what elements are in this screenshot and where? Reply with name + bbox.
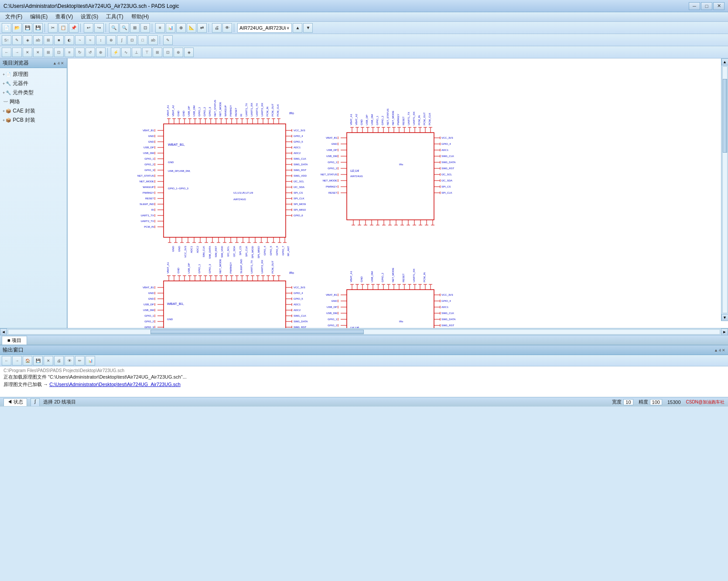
tb2-4[interactable]: ab <box>33 35 43 45</box>
hscroll-left[interactable]: ◄ <box>0 328 7 335</box>
tb2-5[interactable]: ⊞ <box>44 35 53 45</box>
tb2-1[interactable]: S↑ <box>2 35 11 45</box>
tb3-15[interactable]: ⊞ <box>153 48 162 57</box>
hscroll-thumb[interactable] <box>150 330 364 334</box>
tb3-3[interactable]: ✕ <box>23 48 32 57</box>
out-back-btn[interactable]: ← <box>2 356 11 366</box>
menu-view[interactable]: 查看(V) <box>52 12 76 21</box>
tb3-16[interactable]: ⊡ <box>163 48 173 57</box>
out-fwd-btn[interactable]: → <box>12 356 22 366</box>
print-prev-btn[interactable]: 👁 <box>222 23 232 33</box>
tb3-1[interactable]: ← <box>2 48 11 57</box>
close-button[interactable]: ✕ <box>713 2 725 10</box>
minimize-button[interactable]: ─ <box>689 2 700 10</box>
save-btn[interactable]: 💾 <box>23 23 32 33</box>
tb2-2[interactable]: ✎ <box>12 35 22 45</box>
tb2-6[interactable]: ■ <box>54 35 64 45</box>
zoom-btn2[interactable]: ⊡ <box>140 23 150 33</box>
tb2-11[interactable]: ⊕ <box>106 35 116 45</box>
sidebar-item-pcb[interactable]: + 📦 PCB 封装 <box>1 116 66 125</box>
print-btn[interactable]: 🖨 <box>212 23 222 33</box>
out-close-btn[interactable]: ✕ <box>44 356 53 366</box>
out-table-btn[interactable]: 📊 <box>85 356 95 366</box>
sidebar-item-cae[interactable]: + 📦 CAE 封装 <box>1 106 66 116</box>
tb3-6[interactable]: ⊡ <box>54 48 64 57</box>
tb2-8[interactable]: ~ <box>75 35 85 45</box>
tb2-12[interactable]: ∫ <box>117 35 126 45</box>
tb2-14[interactable]: □ <box>138 35 147 45</box>
tb2-3[interactable]: ◈ <box>23 35 32 45</box>
sidebar-item-nets[interactable]: 〰 网络 <box>1 97 66 106</box>
out-save-btn[interactable]: 💾 <box>33 356 43 366</box>
output-pin[interactable]: ▲ <box>714 348 718 352</box>
out-eye-btn[interactable]: 👁 <box>65 356 74 366</box>
tb3-11[interactable]: ⚡ <box>111 48 120 57</box>
tb2-16[interactable]: ✎ <box>163 35 173 45</box>
cross-ref-btn[interactable]: ⊕ <box>176 23 186 33</box>
tb3-7[interactable]: ≡ <box>65 48 74 57</box>
tb3-12[interactable]: ∿ <box>121 48 131 57</box>
vscroll-down[interactable]: ▼ <box>721 314 728 321</box>
save-all-btn[interactable]: 💾 <box>33 23 43 33</box>
ecr-btn[interactable]: 📊 <box>166 23 175 33</box>
undo-btn[interactable]: ↩ <box>84 23 93 33</box>
tb3-4[interactable]: ✕ <box>33 48 43 57</box>
vscroll-thumb[interactable] <box>723 79 727 153</box>
netlist-btn[interactable]: ≡ <box>155 23 165 33</box>
vscroll-track[interactable] <box>722 66 728 313</box>
pcb-btn[interactable]: 📐 <box>187 23 196 33</box>
output-dock[interactable]: 4 <box>719 348 721 352</box>
paste-btn[interactable]: 📌 <box>69 23 79 33</box>
tb3-18[interactable]: ◈ <box>184 48 194 57</box>
sidebar-pin[interactable]: ▲ <box>53 61 57 65</box>
menu-settings[interactable]: 设置(S) <box>77 12 102 21</box>
maximize-button[interactable]: □ <box>701 2 712 10</box>
menu-tools[interactable]: 工具(T) <box>103 12 126 21</box>
tb3-10[interactable]: ⊕ <box>96 48 106 57</box>
out-edit-btn[interactable]: ✏ <box>75 356 85 366</box>
zoom-in-btn[interactable]: 🔍 <box>109 23 119 33</box>
tb3-8[interactable]: ↻ <box>75 48 85 57</box>
open-btn[interactable]: 📂 <box>12 23 22 33</box>
next-sheet-btn[interactable]: ▼ <box>303 23 313 33</box>
new-btn[interactable]: 📄 <box>2 23 11 33</box>
tb2-15[interactable]: ab <box>148 35 158 45</box>
schematic-canvas-area[interactable]: VBAT_A1 VBAT_A2 GND GND USB_DP USB_DM GP… <box>68 58 728 328</box>
zoom-out-btn[interactable]: 🔍 <box>120 23 129 33</box>
menu-help[interactable]: 帮助(H) <box>128 12 153 21</box>
out-home-btn[interactable]: 🏠 <box>23 356 32 366</box>
status-tab-1[interactable]: ◀ 状态 <box>3 398 27 406</box>
fit-btn[interactable]: ⊞ <box>130 23 140 33</box>
tb3-2[interactable]: → <box>12 48 22 57</box>
out-print-btn[interactable]: 🖨 <box>54 356 64 366</box>
copy-btn[interactable]: 📋 <box>58 23 68 33</box>
tb2-7[interactable]: ◐ <box>65 35 74 45</box>
output-link[interactable]: C:\Users\Administrator\Desktop\test\Air7… <box>49 382 181 387</box>
menu-edit[interactable]: 编辑(E) <box>27 12 51 21</box>
tb2-9[interactable]: ≈ <box>85 35 95 45</box>
hscroll-track[interactable] <box>8 329 720 335</box>
cut-btn[interactable]: ✂ <box>48 23 58 33</box>
tb3-13[interactable]: ⊥ <box>132 48 141 57</box>
tb3-17[interactable]: ⊕ <box>174 48 183 57</box>
tb3-9[interactable]: ↺ <box>85 48 95 57</box>
tb3-14[interactable]: ⊤ <box>142 48 152 57</box>
sidebar-x[interactable]: ✕ <box>61 61 64 65</box>
sidebar-item-component-types[interactable]: + 🔧 元件类型 <box>1 88 66 97</box>
vscroll-up[interactable]: ▲ <box>721 58 728 65</box>
prev-sheet-btn[interactable]: ▲ <box>293 23 302 33</box>
compare-btn[interactable]: ⇄ <box>197 23 207 33</box>
sidebar-item-components[interactable]: + 🔧 元器件 <box>1 79 66 88</box>
sheet-dropdown[interactable]: AIR724UG_AIR723Ui ∨ <box>237 23 292 33</box>
status-tab-2[interactable]: ∫ <box>31 398 40 406</box>
tb2-10[interactable]: ↕ <box>96 35 106 45</box>
sidebar-close[interactable]: 4 <box>58 61 60 65</box>
bottom-tab-project[interactable]: ■ 项目 <box>2 336 27 345</box>
tb3-5[interactable]: ⊞ <box>44 48 53 57</box>
redo-btn[interactable]: ↪ <box>94 23 104 33</box>
output-close[interactable]: ✕ <box>722 348 725 352</box>
menu-file[interactable]: 文件(F) <box>2 12 26 21</box>
tb2-13[interactable]: ⊡ <box>127 35 137 45</box>
sidebar-item-schematic[interactable]: + 📄 原理图 <box>1 70 66 79</box>
hscroll-right[interactable]: ► <box>721 328 728 335</box>
